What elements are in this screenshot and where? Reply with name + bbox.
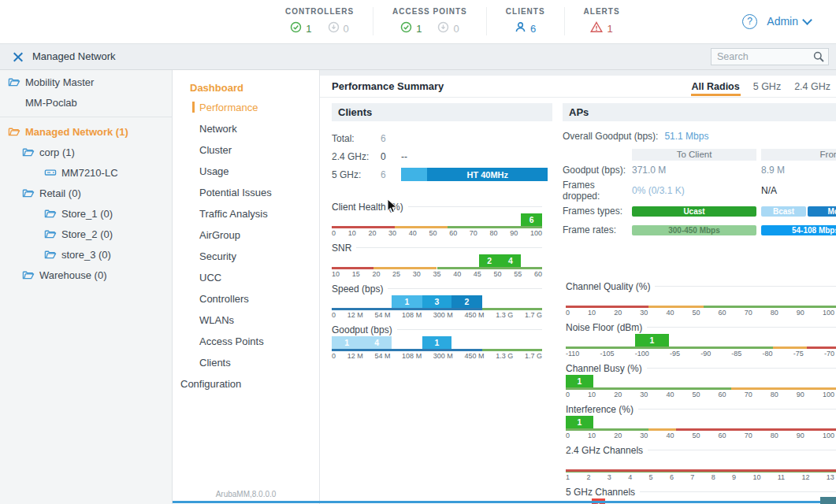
stat-group-controllers[interactable]: CONTROLLERS10 — [266, 7, 373, 35]
folder-icon — [22, 187, 35, 198]
nav-item-cluster[interactable]: Cluster — [173, 139, 319, 161]
chart-axis — [332, 308, 542, 310]
client-rows: Total:62.4 GHz:0--5 GHz:6HT 40MHz — [332, 129, 552, 183]
top-strip — [320, 70, 836, 76]
frame-bar: 300-450 Mbps — [632, 225, 756, 235]
nav-item-network[interactable]: Network — [173, 118, 319, 139]
context-title: Managed Network — [32, 50, 116, 62]
axis-tick: 30 — [640, 431, 648, 440]
axis-tick: 3 — [607, 472, 611, 482]
table-value: 0% (0/3.1 K) — [632, 185, 685, 196]
tree-item-mobility-master[interactable]: Mobility Master — [0, 72, 172, 92]
chart-2-4-ghz-channels: 2.4 GHz Channels12345678910111213 — [566, 444, 836, 482]
chart-ticks: 1015202530354045505560 — [332, 269, 542, 279]
folder-icon — [22, 269, 35, 280]
axis-tick: 60 — [449, 228, 457, 238]
check-circle-icon — [400, 21, 412, 35]
axis-tick: 30 — [640, 390, 648, 399]
client-row-suffix: -- — [401, 151, 407, 162]
axis-tick: 70 — [745, 431, 752, 440]
axis-tick: -95 — [670, 349, 680, 358]
close-icon[interactable] — [12, 51, 24, 63]
axis-tick: 40 — [666, 308, 674, 317]
tree-item-store-3-0-[interactable]: store_3 (0) — [0, 244, 172, 265]
stat-item: 1 — [400, 21, 422, 35]
axis-tick: 70 — [745, 308, 752, 317]
axis-tick: 300 M — [433, 310, 453, 320]
nav-item-access-points[interactable]: Access Points — [173, 331, 319, 352]
nav-item-performance[interactable]: Performance — [173, 97, 319, 118]
axis-tick: 6 — [670, 472, 674, 482]
tab-5-ghz[interactable]: 5 GHz — [752, 76, 782, 96]
chart-bars: 24 — [332, 254, 542, 267]
chart-title: Channel Quality (%) — [566, 280, 836, 292]
nav-item-clients[interactable]: Clients — [173, 352, 319, 373]
nav-item-usage[interactable]: Usage — [173, 161, 319, 182]
tree-item-managed-network-1-[interactable]: Managed Network (1) — [0, 121, 172, 142]
chart-axis — [332, 267, 542, 269]
tree-item-store-2-0-[interactable]: Store_2 (0) — [0, 224, 172, 244]
axis-tick: 70 — [470, 228, 477, 238]
frame-bar: 54-108 Mbps — [761, 225, 836, 235]
nav-section-dashboard[interactable]: Dashboard — [190, 82, 319, 94]
axis-tick: 108 M — [402, 310, 422, 320]
overall-goodput-label: Overall Goodput (bps): — [563, 131, 658, 142]
axis-tick: 10 — [332, 269, 340, 279]
client-row-label: Total: — [332, 133, 381, 144]
stat-value: 1 — [416, 23, 422, 35]
axis-tick: 40 — [409, 228, 417, 238]
horizontal-scrollbar[interactable] — [173, 501, 823, 503]
axis-tick: 15 — [352, 269, 360, 279]
chart-bars: 1 — [566, 375, 836, 387]
nav-item-wlans[interactable]: WLANs — [173, 309, 319, 331]
search-icon[interactable] — [813, 51, 824, 62]
axis-tick: 12 M — [347, 310, 363, 320]
aps-column: APs Overall Goodput (bps): 51.1 Mbps To … — [563, 98, 836, 504]
axis-segment — [437, 267, 543, 269]
overall-goodput-row: Overall Goodput (bps): 51.1 Mbps — [563, 131, 836, 142]
tree-item-mm-poclab[interactable]: MM-Poclab — [0, 92, 172, 113]
nav-item-potential-issues[interactable]: Potential Issues — [173, 182, 319, 203]
nav-item-airgroup[interactable]: AirGroup — [173, 224, 319, 246]
nav-item-ucc[interactable]: UCC — [173, 267, 319, 288]
stat-group-clients[interactable]: CLIENTS6 — [487, 7, 565, 35]
stat-value: 0 — [344, 23, 349, 35]
admin-menu[interactable]: Admin — [767, 15, 811, 28]
stat-group-access-points[interactable]: ACCESS POINTS10 — [373, 7, 487, 35]
axis-tick: 450 M — [465, 310, 485, 320]
nav-item-security[interactable]: Security — [173, 246, 319, 267]
table-row-label: Frame rates: — [563, 224, 632, 235]
stat-group-alerts[interactable]: ALERTS1 — [565, 7, 639, 35]
folder-icon — [44, 249, 57, 260]
chart-title: Client Health (%) — [332, 201, 542, 213]
tree-item-warehouse-0-[interactable]: Warehouse (0) — [0, 265, 172, 285]
performance-summary-bar: Performance Summary All Radios5 GHz2.4 G… — [320, 76, 836, 98]
axis-segment — [676, 428, 836, 431]
axis-tick: 80 — [771, 308, 778, 317]
axis-tick: 60 — [719, 431, 726, 440]
axis-tick: 54 M — [374, 310, 390, 320]
tab-all-radios[interactable]: All Radios — [691, 76, 741, 96]
axis-segment — [566, 469, 836, 472]
tree-item-store-1-0-[interactable]: Store_1 (0) — [0, 203, 172, 224]
tree-item-corp-1-[interactable]: corp (1) — [0, 142, 172, 162]
tree-item-retail-0-[interactable]: Retail (0) — [0, 183, 172, 203]
search-input[interactable] — [712, 51, 813, 62]
axis-segment — [332, 308, 482, 310]
nav-item-controllers[interactable]: Controllers — [173, 288, 319, 309]
axis-tick: 11 — [778, 472, 785, 482]
tree-item-mm7210-lc[interactable]: MM7210-LC — [0, 162, 172, 183]
axis-tick: -75 — [793, 349, 804, 358]
axis-tick: 4 — [628, 472, 632, 482]
chart-bar: 1 — [422, 336, 452, 349]
tab-2-4-ghz[interactable]: 2.4 GHz — [793, 76, 831, 96]
nav-item-traffic-analysis[interactable]: Traffic Analysis — [173, 203, 319, 224]
chart-bars: 132 — [332, 295, 542, 308]
nav-item-configuration[interactable]: Configuration — [173, 373, 319, 395]
aps-table-header: To ClientFrom Client — [563, 149, 836, 161]
nav-items: PerformanceNetworkClusterUsagePotential … — [173, 97, 319, 373]
scrollbar-corner[interactable] — [820, 497, 836, 504]
help-icon[interactable]: ? — [742, 14, 757, 29]
chart-ticks: 012 M54 M108 M300 M450 M1.3 G1.7 G — [332, 310, 542, 320]
chart-channel-busy-: Channel Busy (%)10102030405060708090100 — [566, 362, 836, 399]
